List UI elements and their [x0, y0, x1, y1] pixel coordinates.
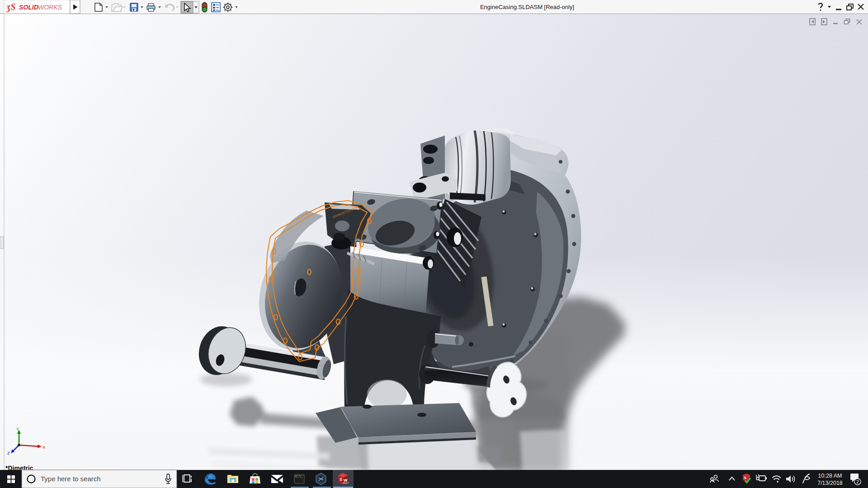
- svg-text:WORKS: WORKS: [38, 4, 62, 11]
- svg-text:10:28 AM: 10:28 AM: [818, 473, 842, 479]
- svg-text:S: S: [340, 477, 342, 482]
- svg-text:2017: 2017: [343, 482, 349, 484]
- svg-text:X: X: [42, 445, 45, 450]
- svg-text:Z: Z: [7, 451, 10, 455]
- svg-text:SOLID: SOLID: [19, 4, 38, 11]
- svg-text:2: 2: [856, 479, 859, 484]
- svg-text:S: S: [744, 476, 747, 480]
- svg-text:C:\_: C:\_: [295, 475, 303, 479]
- svg-text:7/13/2018: 7/13/2018: [817, 480, 843, 486]
- svg-text:ʒS: ʒS: [5, 2, 16, 12]
- svg-text:Type here to search: Type here to search: [41, 475, 101, 483]
- svg-text:Y: Y: [16, 427, 19, 432]
- svg-text:EngineCasing.SLDASM [Read-only: EngineCasing.SLDASM [Read-only]: [480, 4, 574, 10]
